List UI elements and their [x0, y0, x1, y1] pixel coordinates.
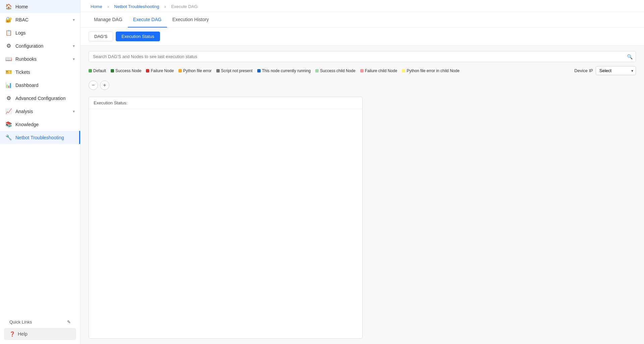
legend-item-success-node: Success Node: [111, 68, 141, 73]
execution-panel-header: Execution Status:: [89, 97, 362, 109]
execution-panel-body: [89, 109, 362, 338]
quick-links-label: Quick Links: [9, 320, 32, 325]
sidebar-item-runbooks[interactable]: 📖 Runbooks ▾: [0, 52, 80, 65]
tab-execution-history[interactable]: Execution History: [167, 12, 214, 28]
sidebar-item-tickets[interactable]: 🎫 Tickets: [0, 65, 80, 79]
sidebar-label-rbac: RBAC: [15, 17, 29, 22]
search-icon[interactable]: 🔍: [627, 54, 633, 59]
device-ip-select[interactable]: Select: [596, 66, 636, 75]
legend-item-python-error-child: Python file error in child Node: [402, 68, 459, 73]
zoom-controls: − +: [89, 79, 636, 93]
legend-label-success-node: Success Node: [115, 68, 141, 73]
help-button[interactable]: ❓ Help: [4, 328, 76, 340]
sidebar-item-knowledge[interactable]: 📚 Knowledge: [0, 118, 80, 131]
zoom-out-button[interactable]: −: [89, 81, 98, 90]
execution-panel: Execution Status:: [89, 97, 363, 339]
sidebar-item-home[interactable]: 🏠 Home: [0, 0, 80, 13]
main-tabs: Manage DAG Execute DAG Execution History: [80, 12, 644, 28]
legend-label-python-error-child: Python file error in child Node: [407, 68, 459, 73]
sidebar-item-analysis[interactable]: 📈 Analysis ▾: [0, 105, 80, 118]
breadcrumb-sep-1: ›: [107, 4, 109, 9]
sidebar-label-analysis: Analysis: [15, 109, 33, 114]
sidebar-icon-analysis: 📈: [5, 108, 12, 114]
search-input[interactable]: [89, 51, 636, 62]
zoom-in-button[interactable]: +: [100, 81, 109, 90]
legend-dot-currently-running: [257, 69, 261, 72]
sidebar-item-logs[interactable]: 📋 Logs: [0, 26, 80, 39]
sidebar-item-advanced-configuration[interactable]: ⚙ Advanced Configuration: [0, 92, 80, 105]
tab-manage-dag[interactable]: Manage DAG: [89, 12, 128, 28]
right-panel: [363, 97, 636, 339]
legend-dot-python-error-child: [402, 69, 405, 72]
legend-item-default: Default: [89, 68, 106, 73]
legend: Default Success Node Failure Node Python…: [89, 68, 460, 73]
sidebar: 🏠 Home 🔐 RBAC ▾ 📋 Logs ⚙ Configuration ▾…: [0, 0, 80, 344]
sidebar-label-runbooks: Runbooks: [15, 56, 37, 62]
chevron-icon-runbooks: ▾: [73, 57, 75, 61]
device-ip-control: Device IP Select: [574, 66, 636, 75]
legend-dot-success-child-node: [315, 69, 319, 72]
help-label: Help: [18, 331, 28, 337]
sidebar-item-rbac[interactable]: 🔐 RBAC ▾: [0, 13, 80, 26]
legend-dot-failure-child-node: [360, 69, 364, 72]
legend-item-script-not-present: Script not present: [216, 68, 253, 73]
sidebar-item-netbot-troubleshooting[interactable]: 🔧 Netbot Troubleshooting: [0, 131, 80, 144]
sidebar-label-dashboard: Dashboard: [15, 83, 39, 88]
sub-tab-execution-status[interactable]: Execution Status: [116, 32, 160, 41]
sub-tab-dags[interactable]: DAG'S: [89, 32, 113, 41]
main-content: Home › Netbot Troubleshooting › Execute …: [80, 0, 644, 344]
chevron-icon-rbac: ▾: [73, 17, 75, 22]
legend-dot-failure-node: [146, 69, 149, 72]
sidebar-icon-advanced-configuration: ⚙: [5, 95, 12, 101]
legend-label-success-child-node: Success child Node: [320, 68, 355, 73]
legend-dot-script-not-present: [216, 69, 220, 72]
legend-dot-python-file-error: [178, 69, 182, 72]
chevron-icon-configuration: ▾: [73, 44, 75, 48]
legend-dot-default: [89, 69, 92, 72]
sidebar-icon-configuration: ⚙: [5, 43, 12, 49]
sub-tabs: DAG'S Execution Status: [80, 28, 644, 46]
sidebar-label-logs: Logs: [15, 30, 25, 36]
chevron-icon-analysis: ▾: [73, 109, 75, 114]
legend-label-default: Default: [93, 68, 106, 73]
sidebar-icon-knowledge: 📚: [5, 121, 12, 128]
legend-item-failure-node: Failure Node: [146, 68, 174, 73]
sidebar-item-configuration[interactable]: ⚙ Configuration ▾: [0, 39, 80, 52]
breadcrumb-sep-2: ›: [164, 4, 166, 9]
sidebar-icon-runbooks: 📖: [5, 56, 12, 62]
legend-label-currently-running: This node currently running: [262, 68, 311, 73]
tab-execute-dag[interactable]: Execute DAG: [128, 12, 167, 28]
breadcrumb-home[interactable]: Home: [91, 4, 102, 9]
sidebar-item-dashboard[interactable]: 📊 Dashboard: [0, 79, 80, 92]
sidebar-icon-tickets: 🎫: [5, 69, 12, 75]
sidebar-icon-home: 🏠: [5, 3, 12, 10]
execution-area: Execution Status:: [89, 97, 636, 339]
sidebar-label-tickets: Tickets: [15, 69, 30, 75]
sidebar-label-netbot-troubleshooting: Netbot Troubleshooting: [15, 135, 64, 140]
legend-item-python-file-error: Python file error: [178, 68, 212, 73]
legend-item-success-child-node: Success child Node: [315, 68, 355, 73]
content-area: 🔍 Default Success Node Failure Node Pyth…: [80, 46, 644, 344]
legend-row: Default Success Node Failure Node Python…: [89, 66, 636, 75]
legend-item-failure-child-node: Failure child Node: [360, 68, 397, 73]
help-icon: ❓: [9, 331, 15, 337]
sidebar-icon-rbac: 🔐: [5, 16, 12, 23]
legend-label-failure-node: Failure Node: [151, 68, 174, 73]
breadcrumb: Home › Netbot Troubleshooting › Execute …: [80, 0, 644, 12]
sidebar-icon-netbot-troubleshooting: 🔧: [5, 134, 12, 141]
sidebar-icon-dashboard: 📊: [5, 82, 12, 88]
legend-item-currently-running: This node currently running: [257, 68, 311, 73]
search-bar-wrapper: 🔍: [89, 51, 636, 62]
quick-links-section: Quick Links ✎: [4, 316, 76, 328]
breadcrumb-netbot[interactable]: Netbot Troubleshooting: [114, 4, 159, 9]
breadcrumb-current: Execute DAG: [171, 4, 198, 9]
sidebar-label-advanced-configuration: Advanced Configuration: [15, 96, 65, 101]
edit-quick-links-icon[interactable]: ✎: [67, 320, 71, 325]
legend-dot-success-node: [111, 69, 114, 72]
legend-label-script-not-present: Script not present: [221, 68, 253, 73]
legend-label-failure-child-node: Failure child Node: [365, 68, 397, 73]
sidebar-label-configuration: Configuration: [15, 43, 43, 49]
sidebar-label-knowledge: Knowledge: [15, 122, 39, 127]
sidebar-bottom: Quick Links ✎ ❓ Help: [0, 312, 80, 344]
device-ip-label: Device IP: [574, 68, 593, 73]
